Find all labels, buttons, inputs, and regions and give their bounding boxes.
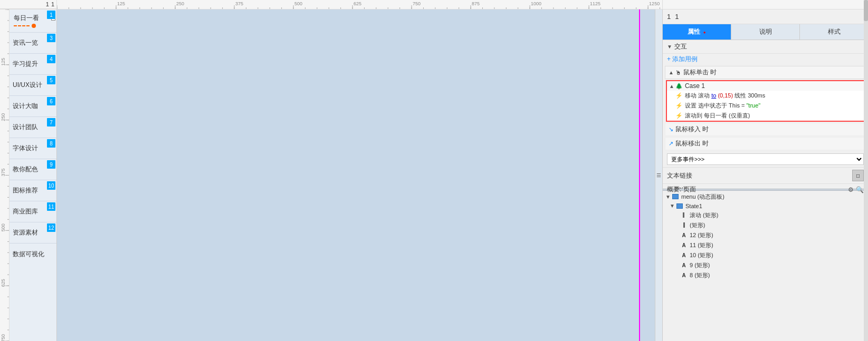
nav-item-5[interactable]: 设计大咖 6 bbox=[9, 96, 56, 117]
outline-item-10[interactable]: A 10 (矩形) bbox=[663, 250, 868, 260]
case1-block: ▲ 🌲 Case 1 ⚡ 移动 滚动 to (0,15) 线性 300ms bbox=[666, 80, 865, 122]
canvas-area[interactable] bbox=[57, 9, 655, 341]
add-case-link[interactable]: + 添加用例 bbox=[667, 55, 698, 63]
more-events-select[interactable]: 更多事件>>> bbox=[667, 153, 864, 165]
state-icon-shape bbox=[676, 203, 683, 209]
rect-icon bbox=[680, 222, 688, 228]
action3-text: 滚动到 每日一看 (仅垂直) bbox=[685, 112, 750, 120]
state1-label: State1 bbox=[685, 203, 702, 209]
menu-label: menu (动态面板) bbox=[681, 193, 724, 201]
nav-item-num-8: 9 bbox=[47, 160, 55, 169]
v-ruler-canvas bbox=[0, 9, 9, 341]
mouse-click-block: ▲ 🖱 鼠标单击 时 ▲ 🌲 Case 1 bbox=[665, 66, 866, 122]
8-text-icon: A bbox=[680, 272, 688, 278]
case1-header: ▲ 🌲 Case 1 bbox=[667, 81, 864, 91]
9-expand bbox=[673, 262, 680, 268]
mouse-click-label: 鼠标单击 时 bbox=[683, 68, 717, 77]
nav-item-6[interactable]: 设计团队 7 bbox=[9, 117, 56, 138]
outline-item-menu[interactable]: ▼ menu (动态面板) bbox=[663, 192, 868, 202]
action3-lightning: ⚡ bbox=[675, 112, 683, 119]
nav-item-num-3: 4 bbox=[47, 55, 55, 63]
panel-header: 1 1 bbox=[663, 9, 868, 24]
nav-item-8[interactable]: 教你配色 9 bbox=[9, 159, 56, 180]
rect-label: (矩形) bbox=[690, 221, 705, 229]
tab-description[interactable]: 说明 bbox=[731, 24, 800, 40]
11-label: 11 (矩形) bbox=[690, 241, 713, 249]
outline-item-state1[interactable]: ▼ State1 bbox=[663, 202, 868, 210]
triangle-expand-icon: ▲ bbox=[669, 70, 674, 75]
main-area: 每日一看 1 bbox=[0, 9, 868, 341]
nav-item-num-6: 7 bbox=[47, 118, 55, 126]
nav-item-num-2: 3 bbox=[47, 34, 55, 42]
nav-item-text-10: 商业图库 bbox=[13, 207, 38, 216]
nav-item-num-11: 12 bbox=[47, 223, 55, 232]
more-events-row: 更多事件>>> bbox=[663, 151, 868, 167]
action2-row: ⚡ 设置 选中状态于 This = "true" bbox=[667, 101, 864, 111]
nav-sidebar: 每日一看 1 bbox=[9, 9, 57, 341]
panel-collapse-button[interactable]: ☰ bbox=[655, 9, 662, 341]
panel-tabs: 属性 ● 说明 样式 bbox=[663, 24, 868, 40]
10-label: 10 (矩形) bbox=[690, 251, 713, 259]
text-link-button[interactable]: □ bbox=[852, 170, 864, 181]
9-text-icon: A bbox=[680, 262, 688, 268]
mouse-enter-label: 鼠标移入 时 bbox=[675, 125, 709, 134]
nav-item-num-5: 6 bbox=[47, 97, 55, 105]
outline-item-8[interactable]: A 8 (矩形) bbox=[663, 270, 868, 280]
text-a-icon-4: A bbox=[682, 262, 685, 268]
mouse-enter-icon: ↘ bbox=[669, 126, 673, 133]
outline-item-12[interactable]: A 12 (矩形) bbox=[663, 230, 868, 240]
9-label: 9 (矩形) bbox=[690, 261, 710, 269]
nav-item-num-7: 8 bbox=[47, 139, 55, 148]
nav-item-12[interactable]: 数据可视化 bbox=[9, 243, 56, 265]
text-a-icon: A bbox=[682, 232, 685, 238]
nav-item-num-4: 5 bbox=[47, 76, 55, 84]
text-a-icon-2: A bbox=[682, 242, 685, 248]
nav-item-3[interactable]: 学习提升 4 bbox=[9, 54, 56, 75]
vert-bar-icon2 bbox=[683, 222, 685, 228]
nav-item-7[interactable]: 字体设计 8 bbox=[9, 138, 56, 159]
tab-styles[interactable]: 样式 bbox=[800, 24, 868, 40]
right-panel-spacer-top bbox=[662, 0, 868, 9]
nav-item-num-9: 10 bbox=[47, 181, 55, 190]
nav-item-4[interactable]: UI/UX设计 5 bbox=[9, 75, 56, 96]
nav-item-10[interactable]: 商业图库 11 bbox=[9, 201, 56, 222]
nav-item-text-12: 数据可视化 bbox=[13, 250, 44, 259]
add-case-row: + 添加用例 bbox=[663, 54, 868, 65]
text-link-icon: □ bbox=[856, 173, 860, 179]
menu-expand-icon: ▼ bbox=[665, 194, 671, 200]
canvas-content bbox=[57, 9, 655, 341]
scroll-expand bbox=[673, 212, 680, 218]
mouse-leave-row: ↗ 鼠标移出 时 bbox=[665, 137, 866, 150]
left-section: 每日一看 1 bbox=[0, 9, 57, 341]
mouse-leave-icon: ↗ bbox=[669, 140, 673, 147]
action2-text: 设置 选中状态于 This = "true" bbox=[685, 102, 760, 110]
action1-lightning: ⚡ bbox=[675, 92, 683, 99]
collapse-icon: ☰ bbox=[656, 172, 661, 178]
action1-row: ⚡ 移动 滚动 to (0,15) 线性 300ms bbox=[667, 91, 864, 101]
state1-expand-icon: ▼ bbox=[669, 203, 675, 209]
12-text-icon: A bbox=[680, 232, 688, 238]
outline-scrollbar[interactable] bbox=[864, 191, 868, 342]
11-expand bbox=[673, 242, 680, 248]
12-label: 12 (矩形) bbox=[690, 231, 713, 239]
nav-item-2[interactable]: 资讯一览 3 bbox=[9, 33, 56, 54]
text-link-row: 文本链接 □ bbox=[663, 167, 868, 183]
nav-item-11[interactable]: 资源素材 12 bbox=[9, 222, 56, 243]
outline-item-11[interactable]: A 11 (矩形) bbox=[663, 240, 868, 250]
nav-item-9[interactable]: 图标推荐 10 bbox=[9, 180, 56, 201]
rect-expand bbox=[673, 222, 680, 228]
case-tree-icon: 🌲 bbox=[675, 83, 683, 90]
nav-item-text-9: 图标推荐 bbox=[13, 186, 38, 195]
nav-item-text-7: 字体设计 bbox=[13, 144, 38, 153]
tab-properties[interactable]: 属性 ● bbox=[663, 24, 731, 40]
mouse-leave-label: 鼠标移出 时 bbox=[675, 139, 709, 148]
nav-item-text-11: 资源素材 bbox=[13, 228, 38, 237]
properties-content: ▼ 交互 + 添加用例 ▲ 🖱 鼠标单击 时 bbox=[663, 40, 868, 189]
interaction-section-header[interactable]: ▼ 交互 bbox=[663, 40, 868, 54]
outline-item-scroll-rect[interactable]: 滚动 (矩形) bbox=[663, 210, 868, 220]
outline-item-rect[interactable]: (矩形) bbox=[663, 220, 868, 230]
nav-item-text-8: 教你配色 bbox=[13, 165, 38, 174]
mouse-enter-row: ↘ 鼠标移入 时 bbox=[665, 123, 866, 136]
nav-item-1[interactable]: 每日一看 1 bbox=[9, 9, 56, 33]
outline-item-9[interactable]: A 9 (矩形) bbox=[663, 260, 868, 270]
